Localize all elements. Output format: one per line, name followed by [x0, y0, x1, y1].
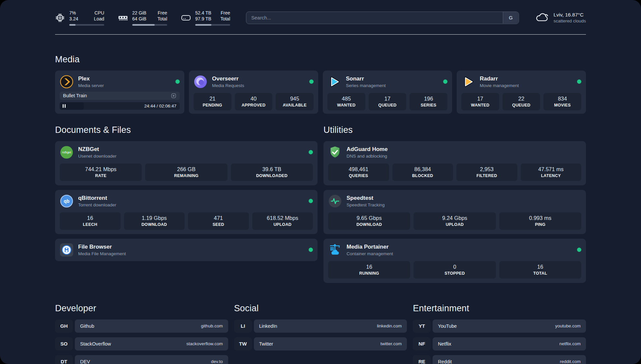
link-linkedin[interactable]: LI LinkedInlinkedin.com	[234, 319, 407, 333]
app-card-qbittorrent[interactable]: qb qBittorrent Torrent downloader 16LEEC…	[55, 190, 318, 234]
link-abbr: RE	[413, 355, 431, 364]
memory-free-label: Free	[157, 10, 167, 16]
now-playing-title: Bullet Train	[63, 93, 87, 98]
app-card-radarr[interactable]: Radarr Movie management 17WANTED 22QUEUE…	[457, 71, 586, 114]
stat-approved: 40APPROVED	[235, 93, 273, 110]
app-desc: Usenet downloader	[78, 154, 116, 159]
link-abbr: TW	[234, 337, 252, 350]
link-abbr: LI	[234, 319, 252, 333]
section-title-developer: Developer	[55, 303, 228, 314]
app-desc: Torrent downloader	[78, 202, 116, 207]
app-name: File Browser	[78, 244, 126, 250]
stat-upload: 9.24 GbpsUPLOAD	[413, 212, 496, 230]
cloud-icon	[535, 12, 549, 24]
app-card-sonarr[interactable]: Sonarr Series management 485WANTED 17QUE…	[323, 71, 452, 114]
app-name: AdGuard Home	[347, 146, 388, 153]
sonarr-icon	[327, 75, 341, 89]
app-name: Plex	[78, 76, 104, 82]
top-header: 7% 3.24 CPU Load	[55, 0, 586, 26]
link-youtube[interactable]: YT YouTubeyoutube.com	[413, 319, 586, 333]
stat-remaining: 266 GBREMAINING	[145, 164, 227, 181]
app-desc: Media File Management	[78, 251, 126, 256]
disk-free-value: 52.4 TB	[195, 10, 211, 16]
links-social: Social LI LinkedInlinkedin.com TW Twitte…	[234, 303, 407, 364]
section-title-entertainment: Entertainment	[413, 303, 586, 314]
storage-metric: 52.4 TB 97.9 TB Free Total	[181, 10, 230, 26]
section-title-media: Media	[55, 54, 586, 65]
app-desc: Series management	[346, 83, 386, 88]
stat-wanted: 485WANTED	[327, 93, 365, 110]
stat-download: 1.19 GbpsDOWNLOAD	[124, 212, 185, 230]
app-card-portainer[interactable]: Media Portainer Container management 16R…	[323, 239, 586, 283]
section-title-utilities: Utilities	[323, 125, 586, 135]
qbittorrent-icon: qb	[60, 194, 74, 208]
search-provider-button[interactable]: G	[503, 12, 518, 23]
app-desc: Speedtest Tracking	[347, 202, 385, 207]
links-entertainment: Entertainment YT YouTubeyoutube.com NF N…	[413, 303, 586, 364]
search-input[interactable]	[246, 12, 519, 24]
stat-filtered: 2,953FILTERED	[456, 164, 517, 181]
app-name: qBittorrent	[78, 195, 116, 201]
disk-progress-bar	[195, 24, 230, 26]
app-card-speedtest[interactable]: Speedtest Speedtest Tracking 9.65 GbpsDO…	[323, 190, 586, 234]
stat-running: 16RUNNING	[328, 261, 410, 279]
link-abbr: GH	[55, 319, 73, 333]
header-divider	[55, 34, 586, 35]
documents-column: Documents & Files nzbget NZBGet Usenet d…	[55, 125, 318, 283]
link-reddit[interactable]: RE Redditreddit.com	[413, 355, 586, 364]
app-name: Media Portainer	[347, 244, 393, 250]
link-dev[interactable]: DT DEVdev.to	[55, 355, 228, 364]
radarr-icon	[461, 75, 475, 89]
session-device-icon	[171, 93, 176, 99]
app-card-nzbget[interactable]: nzbget NZBGet Usenet downloader 744.21 M…	[55, 141, 318, 185]
memory-total-label: Total	[157, 16, 167, 22]
portainer-icon	[328, 243, 342, 257]
memory-icon	[118, 13, 128, 23]
search-bar: G	[246, 12, 519, 24]
app-card-filebrowser[interactable]: File Browser Media File Management	[55, 239, 318, 261]
status-online-dot	[577, 248, 581, 252]
stat-seed: 471SEED	[188, 212, 249, 230]
status-online-dot	[309, 248, 313, 252]
link-stackoverflow[interactable]: SO StackOverflowstackoverflow.com	[55, 337, 228, 350]
stat-queued: 22QUEUED	[503, 93, 540, 110]
stat-stopped: 0STOPPED	[413, 261, 496, 279]
stat-total: 16TOTAL	[499, 261, 581, 279]
pause-icon[interactable]	[63, 104, 66, 108]
system-metrics: 7% 3.24 CPU Load	[55, 10, 230, 26]
link-github[interactable]: GH Githubgithub.com	[55, 319, 228, 333]
link-abbr: YT	[413, 319, 431, 333]
cpu-metric: 7% 3.24 CPU Load	[55, 10, 104, 26]
app-card-adguard[interactable]: AdGuard Home DNS and adblocking 498,461Q…	[323, 141, 586, 185]
dashboard-page: 7% 3.24 CPU Load	[0, 0, 641, 364]
status-online-dot	[577, 79, 581, 84]
stat-ping: 0.993 msPING	[499, 212, 581, 230]
utilities-column: Utilities AdGuard Home DNS and	[323, 125, 586, 283]
app-name: Sonarr	[346, 76, 386, 82]
status-online-dot	[175, 79, 180, 84]
cpu-usage-value: 7%	[69, 10, 78, 16]
disk-icon	[181, 13, 191, 23]
app-name: Overseerr	[212, 76, 244, 82]
cpu-load-value: 3.24	[69, 16, 78, 22]
filebrowser-icon	[60, 243, 74, 257]
stat-rate: 744.21 MbpsRATE	[60, 164, 142, 181]
app-name: NZBGet	[78, 146, 116, 153]
weather-condition: scattered clouds	[554, 18, 586, 23]
adguard-icon	[328, 145, 342, 159]
plex-icon	[60, 75, 74, 89]
app-desc: Media server	[78, 83, 104, 88]
status-online-dot	[443, 79, 447, 84]
memory-progress-bar	[132, 24, 167, 26]
app-card-overseerr[interactable]: Overseerr Media Requests 21PENDING 40APP…	[189, 71, 318, 114]
section-title-documents: Documents & Files	[55, 125, 318, 135]
cpu-progress-bar	[69, 24, 104, 26]
link-netflix[interactable]: NF Netflixnetflix.com	[413, 337, 586, 350]
stat-series: 196SERIES	[410, 93, 447, 110]
app-card-plex[interactable]: Plex Media server Bullet Train 24	[55, 71, 184, 114]
app-desc: Media Requests	[212, 83, 244, 88]
nzbget-icon: nzbget	[60, 145, 74, 159]
load-label: Load	[94, 16, 104, 22]
weather-location-temp: Lviv, 16.87°C	[554, 12, 586, 18]
link-twitter[interactable]: TW Twittertwitter.com	[234, 337, 407, 350]
